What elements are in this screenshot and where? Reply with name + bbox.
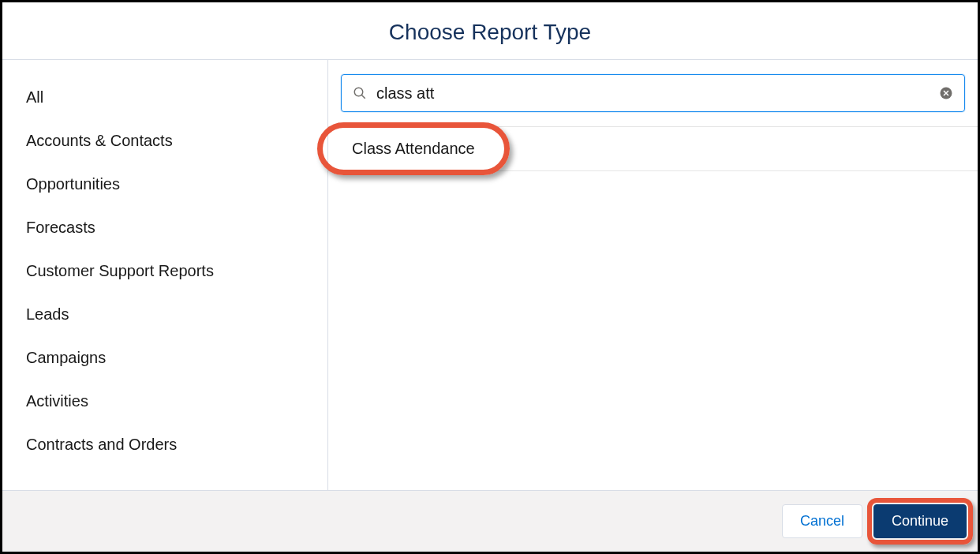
modal-footer: Cancel Continue: [2, 490, 978, 552]
result-highlight-wrap: Class Attendance: [328, 127, 499, 170]
continue-button[interactable]: Continue: [873, 504, 967, 538]
main-panel: Class Attendance: [328, 60, 978, 490]
svg-line-1: [361, 95, 365, 99]
modal-body: All Accounts & Contacts Opportunities Fo…: [2, 60, 978, 490]
modal-header: Choose Report Type: [2, 2, 978, 60]
sidebar-item-leads[interactable]: Leads: [26, 293, 327, 336]
clear-icon[interactable]: [939, 86, 953, 100]
search-icon: [353, 86, 367, 100]
modal-title: Choose Report Type: [2, 20, 978, 45]
search-input[interactable]: [376, 84, 939, 103]
modal-choose-report-type: Choose Report Type All Accounts & Contac…: [0, 0, 980, 554]
svg-point-0: [354, 88, 363, 96]
sidebar-item-contracts-orders[interactable]: Contracts and Orders: [26, 423, 327, 466]
search-field-wrap: [341, 74, 965, 112]
result-item-class-attendance[interactable]: Class Attendance: [328, 127, 499, 170]
cancel-button[interactable]: Cancel: [782, 504, 862, 538]
sidebar-item-activities[interactable]: Activities: [26, 380, 327, 423]
category-sidebar: All Accounts & Contacts Opportunities Fo…: [2, 60, 328, 490]
continue-highlight-wrap: Continue: [873, 504, 967, 538]
sidebar-item-customer-support-reports[interactable]: Customer Support Reports: [26, 249, 327, 293]
sidebar-item-campaigns[interactable]: Campaigns: [26, 336, 327, 380]
result-list: Class Attendance: [328, 126, 978, 171]
sidebar-item-all[interactable]: All: [26, 76, 327, 119]
sidebar-item-opportunities[interactable]: Opportunities: [26, 163, 327, 206]
sidebar-item-accounts-contacts[interactable]: Accounts & Contacts: [26, 119, 327, 163]
sidebar-item-forecasts[interactable]: Forecasts: [26, 206, 327, 249]
